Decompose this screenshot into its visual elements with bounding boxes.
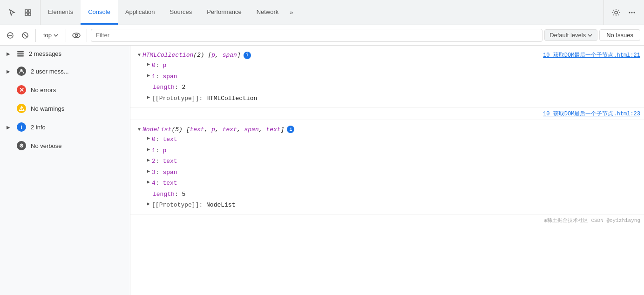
expand-n3[interactable]: ▶: [147, 168, 150, 175]
block2-header-row: ▼ NodeList(5) [text, p, text, span, text…: [134, 124, 644, 134]
sidebar-item-info[interactable]: ▶ i 2 info: [0, 118, 130, 136]
sidebar-user-label: 2 user mess...: [31, 68, 69, 75]
list-icon: [17, 51, 24, 57]
tabs: Elements Console Application Sources Per…: [41, 0, 603, 25]
sidebar-errors-label: No errors: [31, 87, 56, 94]
sidebar: ▶ 2 messages ▶ 2 user mess... ▶: [0, 46, 130, 295]
block1-item-1: ▶ 1: span: [134, 71, 644, 82]
toolbar: top Default levels No Issues: [0, 25, 644, 46]
svg-point-12: [73, 33, 80, 38]
block1-header-row: ▼ HTMLCollection(2) [p, span] i 10_获取DOM…: [134, 49, 644, 60]
info-icon: i: [17, 122, 26, 132]
separator: [35, 29, 36, 42]
block-icon[interactable]: [19, 29, 32, 42]
block2-item-4: ▶ 4: text: [134, 178, 644, 189]
svg-point-4: [615, 11, 617, 14]
svg-rect-16: [17, 55, 24, 57]
inspect-icon[interactable]: [21, 6, 34, 19]
tab-more[interactable]: »: [286, 0, 297, 25]
info-badge-2: i: [287, 126, 294, 133]
svg-point-13: [75, 34, 78, 36]
expand-n1[interactable]: ▶: [147, 146, 150, 153]
block2-item-3: ▶ 3: span: [134, 167, 644, 178]
file-ref-row-2: 10_获取DOM最后一个子节点.html:23: [130, 108, 644, 120]
block1-item-prototype: ▶ [[Prototype]]: HTMLCollection: [134, 93, 644, 104]
sidebar-item-messages[interactable]: ▶ 2 messages: [0, 46, 130, 62]
block2-item-2: ▶ 2: text: [134, 156, 644, 167]
block1-item-length: length: 2: [134, 82, 644, 93]
expand-n4[interactable]: ▶: [147, 179, 150, 186]
filter-input[interactable]: [91, 29, 542, 42]
svg-rect-2: [25, 13, 27, 15]
svg-point-6: [631, 12, 633, 13]
svg-rect-0: [25, 10, 27, 12]
block2-item-length: length: 5: [134, 189, 644, 200]
block2-item-prototype: ▶ [[Prototype]]: NodeList: [134, 200, 644, 211]
default-levels-button[interactable]: Default levels: [544, 29, 597, 41]
tab-bar-icons: [0, 0, 41, 25]
svg-rect-15: [17, 53, 24, 54]
console-block-2: ▼ NodeList(5) [text, p, text, span, text…: [130, 120, 644, 215]
cursor-icon[interactable]: [6, 6, 19, 19]
sidebar-messages-label: 2 messages: [29, 50, 61, 57]
warning-icon: ⚠: [17, 104, 26, 113]
tab-sources[interactable]: Sources: [163, 0, 200, 25]
tab-network[interactable]: Network: [249, 0, 286, 25]
expand-arrow-user: ▶: [7, 69, 12, 74]
svg-rect-3: [28, 13, 31, 15]
expand-n0[interactable]: ▶: [147, 135, 150, 142]
separator3: [87, 29, 87, 42]
expand-arrow-messages: ▶: [7, 51, 12, 56]
expand-proto-1[interactable]: ▶: [147, 94, 150, 101]
more-options-icon[interactable]: [625, 6, 638, 19]
svg-rect-14: [17, 51, 24, 53]
console-output: ▼ HTMLCollection(2) [p, span] i 10_获取DOM…: [130, 46, 644, 295]
context-selector[interactable]: top: [40, 30, 62, 40]
clear-console-icon[interactable]: [4, 29, 17, 42]
file-ref-2[interactable]: 10_获取DOM最后一个子节点.html:23: [543, 110, 640, 118]
block2-item-1: ▶ 1: p: [134, 145, 644, 156]
expand-triangle-1[interactable]: ▼: [138, 53, 141, 58]
sidebar-item-warnings[interactable]: ▶ ⚠ No warnings: [0, 99, 130, 118]
tab-bar-right: [603, 0, 644, 25]
sidebar-item-user[interactable]: ▶ 2 user mess...: [0, 62, 130, 80]
svg-line-11: [24, 34, 27, 37]
tab-application[interactable]: Application: [118, 0, 163, 25]
user-icon: [17, 67, 26, 76]
sidebar-verbose-label: No verbose: [31, 142, 61, 149]
expand-0[interactable]: ▶: [147, 61, 150, 68]
svg-point-5: [629, 12, 630, 13]
console-block-1: ▼ HTMLCollection(2) [p, span] i 10_获取DOM…: [130, 46, 644, 108]
sidebar-info-label: 2 info: [31, 124, 46, 131]
tab-bar: Elements Console Application Sources Per…: [0, 0, 644, 25]
svg-point-7: [634, 12, 635, 13]
block1-item-0: ▶ 0: p: [134, 60, 644, 71]
sidebar-warnings-label: No warnings: [31, 105, 64, 112]
svg-rect-1: [28, 10, 31, 12]
expand-n2[interactable]: ▶: [147, 157, 150, 164]
main-area: ▶ 2 messages ▶ 2 user mess... ▶: [0, 46, 644, 295]
expand-triangle-2[interactable]: ▼: [138, 127, 141, 132]
expand-proto-2[interactable]: ▶: [147, 201, 150, 208]
eye-icon[interactable]: [70, 29, 83, 42]
expand-arrow-info: ▶: [7, 125, 12, 130]
error-icon: ✕: [17, 85, 26, 94]
info-badge-1: i: [244, 52, 251, 59]
separator2: [66, 29, 66, 42]
tab-elements[interactable]: Elements: [41, 0, 81, 25]
tab-console[interactable]: Console: [81, 0, 118, 25]
expand-1[interactable]: ▶: [147, 72, 150, 79]
watermark: ◉稀土掘金技术社区 CSDN @oyizhiayng: [130, 215, 644, 226]
file-ref-1[interactable]: 10_获取DOM最后一个子节点.html:21: [543, 51, 640, 59]
settings-icon[interactable]: [610, 6, 623, 19]
sidebar-item-verbose[interactable]: ▶ ⚙ No verbose: [0, 136, 130, 155]
block2-item-0: ▶ 0: text: [134, 134, 644, 145]
sidebar-item-errors[interactable]: ▶ ✕ No errors: [0, 80, 130, 99]
no-issues-button[interactable]: No Issues: [599, 29, 640, 41]
verbose-icon: ⚙: [17, 141, 26, 150]
tab-performance[interactable]: Performance: [199, 0, 249, 25]
